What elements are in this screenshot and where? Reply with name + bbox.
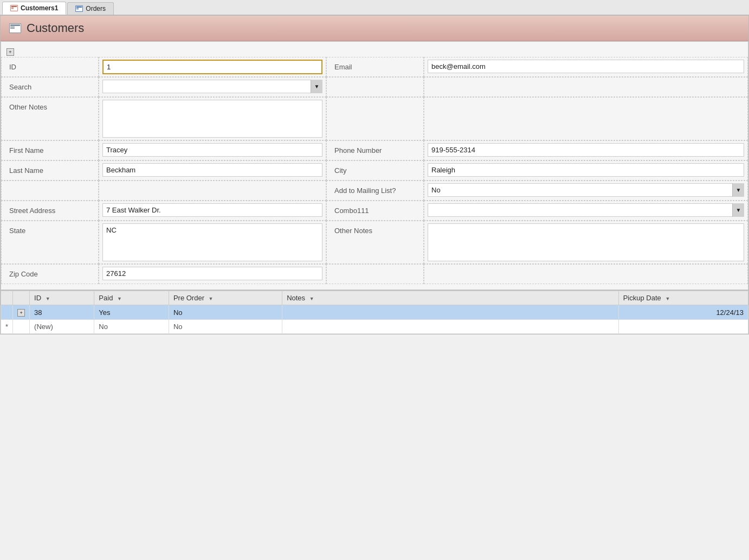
empty-cell-8 — [424, 264, 748, 284]
mailing-list-select-wrapper: No Yes ▼ — [428, 183, 744, 197]
mailing-list-select[interactable]: No Yes — [428, 183, 744, 197]
other-notes-bottom-container — [424, 221, 748, 264]
svg-rect-14 — [10, 28, 15, 29]
svg-rect-9 — [76, 9, 79, 9]
empty-cell-6 — [99, 181, 326, 201]
svg-rect-12 — [10, 24, 20, 26]
last-name-label: Last Name — [1, 160, 99, 181]
search-field-container: ▼ — [99, 77, 326, 97]
street-address-input[interactable] — [102, 203, 322, 217]
empty-cell-3 — [326, 97, 424, 140]
zip-code-container — [99, 264, 326, 284]
cell-preorder-new: No — [169, 320, 282, 334]
empty-cell-4 — [424, 97, 748, 140]
last-name-input[interactable] — [102, 163, 322, 177]
svg-rect-8 — [76, 8, 79, 8]
phone-number-container — [424, 140, 748, 160]
pre-order-sort-arrow: ▼ — [209, 296, 214, 301]
row-expand-1[interactable]: + — [13, 305, 30, 320]
city-input[interactable] — [428, 163, 744, 177]
tabs-bar: Customers1 Orders — [0, 0, 749, 15]
search-label: Search — [1, 77, 99, 97]
id-label: ID — [1, 57, 99, 77]
table-section: ID ▼ Paid ▼ Pre Order ▼ Notes ▼ — [1, 290, 748, 334]
id-input[interactable] — [102, 60, 322, 74]
mailing-list-label: Add to Mailing List? — [326, 181, 424, 201]
row-expand-new — [13, 320, 30, 334]
cell-paid-new: No — [94, 320, 169, 334]
form-grid: ID Email Search ▼ — [1, 57, 748, 284]
search-select[interactable] — [102, 80, 322, 93]
col-notes[interactable]: Notes ▼ — [282, 291, 619, 305]
paid-sort-arrow: ▼ — [117, 296, 122, 301]
first-name-label: First Name — [1, 140, 99, 160]
search-select-wrapper: ▼ — [102, 80, 322, 93]
phone-number-label: Phone Number — [326, 140, 424, 160]
other-notes-bottom-label: Other Notes — [326, 221, 424, 264]
other-notes-top-container — [99, 97, 326, 140]
table-row[interactable]: + 38 Yes No 12/24/13 — [1, 305, 748, 320]
cell-notes-new — [282, 320, 619, 334]
collapse-button[interactable]: + — [7, 48, 14, 56]
tab-orders[interactable]: Orders — [67, 2, 114, 15]
mailing-list-container: No Yes ▼ — [424, 181, 748, 201]
col-row-indicator — [1, 291, 13, 305]
notes-sort-arrow: ▼ — [309, 296, 314, 301]
col-paid[interactable]: Paid ▼ — [94, 291, 169, 305]
tab-customers1[interactable]: Customers1 — [2, 2, 66, 15]
phone-number-input[interactable] — [428, 143, 744, 157]
cell-preorder-1: No — [169, 305, 282, 320]
zip-code-label: Zip Code — [1, 264, 99, 284]
empty-cell-2 — [424, 77, 748, 97]
page-header-icon — [9, 23, 21, 33]
city-container — [424, 160, 748, 181]
svg-rect-4 — [11, 8, 14, 9]
combo111-select[interactable] — [428, 203, 744, 217]
table-row[interactable]: * (New) No No — [1, 320, 748, 334]
city-label: City — [326, 160, 424, 181]
zip-code-input[interactable] — [102, 267, 322, 280]
customers-tab-icon — [10, 5, 18, 11]
orders-table: ID ▼ Paid ▼ Pre Order ▼ Notes ▼ — [1, 291, 748, 334]
cell-paid-1: Yes — [94, 305, 169, 320]
row-indicator-new: * — [1, 320, 13, 334]
first-name-input[interactable] — [102, 143, 322, 157]
empty-cell-1 — [326, 77, 424, 97]
cell-pickup-date-1: 12/24/13 — [618, 305, 748, 320]
state-input[interactable]: NC — [102, 223, 322, 261]
street-address-label: Street Address — [1, 201, 99, 221]
col-pre-order[interactable]: Pre Order ▼ — [169, 291, 282, 305]
combo111-container: ▼ — [424, 201, 748, 221]
empty-cell-7 — [326, 264, 424, 284]
id-sort-arrow: ▼ — [46, 296, 50, 301]
other-notes-top-label: Other Notes — [1, 97, 99, 140]
combo111-select-wrapper: ▼ — [428, 203, 744, 217]
col-pickup-date[interactable]: Pickup Date ▼ — [618, 291, 748, 305]
state-label: State — [1, 221, 99, 264]
main-container: Customers + ID Email Search — [0, 15, 749, 334]
col-id[interactable]: ID ▼ — [30, 291, 94, 305]
email-label: Email — [326, 57, 424, 77]
col-expand — [13, 291, 30, 305]
email-input[interactable] — [428, 60, 744, 73]
form-area: + ID Email Search — [1, 41, 748, 290]
other-notes-top-input[interactable] — [102, 100, 322, 138]
svg-rect-7 — [76, 7, 82, 8]
tab-customers1-label: Customers1 — [21, 4, 58, 12]
cell-pickup-date-new — [618, 320, 748, 334]
page-title: Customers — [27, 21, 84, 35]
svg-rect-3 — [11, 8, 14, 8]
expand-button-1[interactable]: + — [17, 309, 25, 317]
email-field-container — [424, 57, 748, 77]
cell-id-1: 38 — [30, 305, 94, 320]
svg-rect-2 — [11, 6, 17, 7]
collapse-row: + — [1, 47, 748, 57]
tab-orders-label: Orders — [86, 5, 106, 12]
state-container: NC — [99, 221, 326, 264]
page-header: Customers — [1, 16, 748, 41]
cell-notes-1 — [282, 305, 619, 320]
other-notes-bottom-input[interactable] — [428, 223, 744, 261]
last-name-container — [99, 160, 326, 181]
pickup-date-sort-arrow: ▼ — [665, 296, 670, 301]
id-field-container — [99, 57, 326, 77]
